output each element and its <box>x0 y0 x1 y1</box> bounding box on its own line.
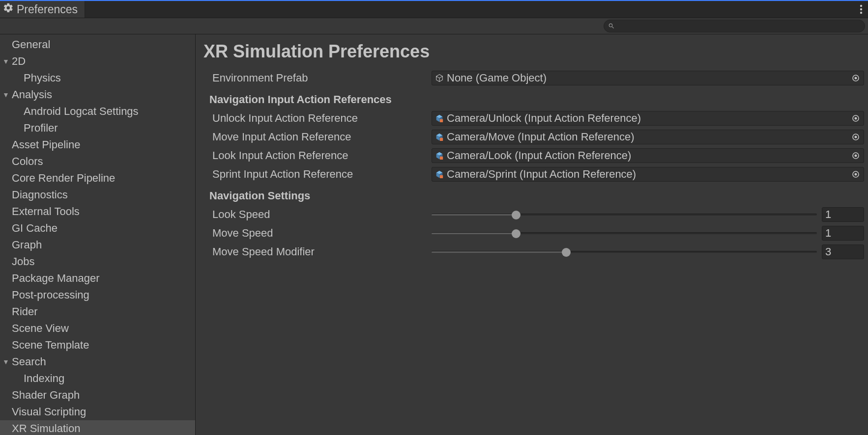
slider-thumb[interactable] <box>512 211 521 219</box>
property-input-action-reference: Unlock Input Action ReferenceCamera/Unlo… <box>203 109 868 128</box>
object-picker-button[interactable] <box>850 131 862 143</box>
slider-track[interactable] <box>432 214 817 216</box>
slider-track[interactable] <box>432 251 817 253</box>
asset-icon <box>435 133 444 141</box>
sidebar-item-label: Asset Pipeline <box>12 138 80 151</box>
tab-preferences[interactable]: Preferences <box>0 1 85 18</box>
property-input-action-reference: Sprint Input Action ReferenceCamera/Spri… <box>203 165 868 184</box>
sidebar-item-label: Analysis <box>12 88 52 101</box>
sidebar-item-label: Indexing <box>24 372 64 385</box>
sidebar-item-label: Rider <box>12 305 38 318</box>
object-field-value: Camera/Sprint (Input Action Reference) <box>447 168 847 181</box>
slider-track[interactable] <box>432 232 817 234</box>
sidebar-item[interactable]: Rider <box>0 303 195 320</box>
sidebar-item[interactable]: Jobs <box>0 253 195 270</box>
sidebar-item[interactable]: Colors <box>0 153 195 170</box>
section-navigation-input-actions: Navigation Input Action References <box>203 90 868 109</box>
asset-icon <box>435 151 444 160</box>
svg-point-0 <box>860 5 862 7</box>
property-slider: Move Speed1 <box>203 224 868 243</box>
foldout-arrow-icon[interactable]: ▼ <box>0 358 12 366</box>
sidebar-item-label: Jobs <box>12 255 34 268</box>
sidebar-item-label: General <box>12 38 50 51</box>
preferences-sidebar: General▼2DPhysics▼AnalysisAndroid Logcat… <box>0 34 196 435</box>
sidebar-item[interactable]: XR Simulation <box>0 420 195 435</box>
sidebar-item[interactable]: Asset Pipeline <box>0 136 195 153</box>
sidebar-item[interactable]: Shader Graph <box>0 387 195 404</box>
sidebar-item-label: Diagnostics <box>12 189 68 201</box>
sidebar-item-label: XR Simulation <box>12 422 80 435</box>
svg-point-2 <box>860 12 862 14</box>
sidebar-item-label: Android Logcat Settings <box>24 105 139 118</box>
sidebar-item-label: Shader Graph <box>12 389 80 402</box>
object-field-input-action-reference[interactable]: Camera/Look (Input Action Reference) <box>432 148 864 163</box>
sidebar-item[interactable]: General <box>0 36 195 53</box>
slider-value-field[interactable]: 1 <box>822 226 864 241</box>
object-picker-button[interactable] <box>850 150 862 162</box>
sidebar-item[interactable]: Diagnostics <box>0 187 195 203</box>
sidebar-item[interactable]: GI Cache <box>0 220 195 237</box>
sidebar-item[interactable]: External Tools <box>0 203 195 220</box>
svg-rect-26 <box>440 175 443 178</box>
svg-rect-20 <box>440 157 443 160</box>
sidebar-item[interactable]: Post-processing <box>0 287 195 303</box>
sidebar-item[interactable]: Physics <box>0 70 195 86</box>
sidebar-item[interactable]: Profiler <box>0 120 195 136</box>
sidebar-item-label: Profiler <box>24 122 58 135</box>
sidebar-item-label: Core Render Pipeline <box>12 172 115 185</box>
sidebar-item-label: External Tools <box>12 205 80 218</box>
tab-title: Preferences <box>17 4 78 15</box>
object-field-environment-prefab[interactable]: None (Game Object) <box>432 71 864 85</box>
sidebar-item[interactable]: Android Logcat Settings <box>0 103 195 120</box>
sidebar-item-label: GI Cache <box>12 222 58 235</box>
sidebar-item-label: Post-processing <box>12 289 89 301</box>
sidebar-item[interactable]: Graph <box>0 237 195 253</box>
sidebar-item-label: Physics <box>24 72 61 84</box>
sidebar-item[interactable]: Scene Template <box>0 337 195 353</box>
object-picker-button[interactable] <box>850 112 862 124</box>
object-picker-button[interactable] <box>850 168 862 180</box>
sidebar-item-label: Scene View <box>12 322 69 335</box>
object-field-input-action-reference[interactable]: Camera/Move (Input Action Reference) <box>432 130 864 144</box>
property-environment-prefab: Environment Prefab None (Game Object) <box>203 69 868 87</box>
preferences-panel: XR Simulation Preferences Environment Pr… <box>196 34 868 435</box>
foldout-arrow-icon[interactable]: ▼ <box>0 57 12 65</box>
object-field-value: Camera/Move (Input Action Reference) <box>447 131 847 143</box>
sidebar-item[interactable]: Indexing <box>0 370 195 387</box>
property-label: Environment Prefab <box>203 72 428 84</box>
window-menu-button[interactable] <box>854 1 868 18</box>
property-slider: Move Speed Modifier3 <box>203 243 868 261</box>
slider-value-field[interactable]: 1 <box>822 207 864 222</box>
sidebar-item-label: Graph <box>12 239 42 251</box>
search-input[interactable] <box>618 22 861 30</box>
sidebar-item[interactable]: Visual Scripting <box>0 404 195 420</box>
search-box[interactable] <box>604 20 865 32</box>
svg-rect-14 <box>440 138 443 141</box>
slider-thumb[interactable] <box>562 248 571 257</box>
object-field-value: Camera/Unlock (Input Action Reference) <box>447 112 847 125</box>
foldout-arrow-icon[interactable]: ▼ <box>0 91 12 99</box>
property-label: Move Input Action Reference <box>203 131 428 143</box>
gear-icon <box>3 2 14 16</box>
sidebar-item[interactable]: ▼Search <box>0 353 195 370</box>
svg-point-16 <box>855 136 857 138</box>
sidebar-item[interactable]: Package Manager <box>0 270 195 287</box>
svg-point-10 <box>855 117 857 120</box>
object-field-input-action-reference[interactable]: Camera/Unlock (Input Action Reference) <box>432 111 864 126</box>
slider-value-field[interactable]: 3 <box>822 245 864 259</box>
sidebar-item[interactable]: Scene View <box>0 320 195 337</box>
object-field-input-action-reference[interactable]: Camera/Sprint (Input Action Reference) <box>432 167 864 182</box>
sidebar-item[interactable]: Core Render Pipeline <box>0 170 195 187</box>
object-picker-button[interactable] <box>850 72 862 84</box>
property-label: Move Speed <box>203 227 428 240</box>
sidebar-item-label: Scene Template <box>12 339 89 352</box>
slider-thumb[interactable] <box>512 229 521 238</box>
sidebar-item[interactable]: ▼Analysis <box>0 86 195 103</box>
asset-icon <box>435 114 444 123</box>
sidebar-item[interactable]: ▼2D <box>0 53 195 70</box>
property-label: Look Input Action Reference <box>203 149 428 162</box>
property-label: Unlock Input Action Reference <box>203 112 428 125</box>
object-field-value: Camera/Look (Input Action Reference) <box>447 149 847 162</box>
property-input-action-reference: Move Input Action ReferenceCamera/Move (… <box>203 128 868 146</box>
sidebar-item-label: Visual Scripting <box>12 406 86 418</box>
